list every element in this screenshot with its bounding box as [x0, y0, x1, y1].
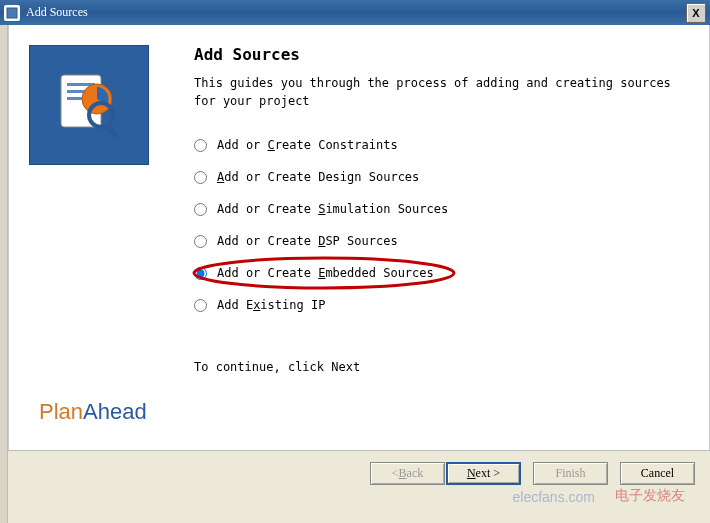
page-title: Add Sources	[194, 45, 679, 64]
content-panel: Add Sources This guides you through the …	[189, 25, 709, 450]
radio-label: Add or Create Embedded Sources	[217, 266, 434, 280]
brand-text-a: Plan	[39, 399, 83, 424]
radio-label: Add or Create Constraints	[217, 138, 398, 152]
finish-button: Finish	[533, 462, 608, 485]
radio-existing-ip[interactable]: Add Existing IP	[194, 298, 679, 312]
radio-label: Add or Create Simulation Sources	[217, 202, 448, 216]
radio-input[interactable]	[194, 267, 207, 280]
radio-embedded-sources[interactable]: Add or Create Embedded Sources	[194, 266, 679, 280]
radio-label: Add Existing IP	[217, 298, 325, 312]
page-subtitle: This guides you through the process of a…	[194, 74, 679, 110]
source-type-radio-group: Add or Create Constraints Add or Create …	[194, 138, 679, 312]
back-button: < Back	[370, 462, 445, 485]
radio-simulation-sources[interactable]: Add or Create Simulation Sources	[194, 202, 679, 216]
radio-dsp-sources[interactable]: Add or Create DSP Sources	[194, 234, 679, 248]
brand-text-b: Ahead	[83, 399, 147, 424]
left-gutter	[0, 25, 8, 523]
window-title: Add Sources	[26, 5, 686, 20]
continue-hint: To continue, click Next	[194, 360, 679, 374]
radio-input[interactable]	[194, 235, 207, 248]
titlebar: Add Sources X	[0, 0, 710, 25]
wizard-hero-icon	[29, 45, 149, 165]
svg-rect-7	[103, 123, 119, 139]
radio-constraints[interactable]: Add or Create Constraints	[194, 138, 679, 152]
radio-label: Add or Create DSP Sources	[217, 234, 398, 248]
wizard-body: PlanAhead Add Sources This guides you th…	[8, 25, 710, 450]
radio-input[interactable]	[194, 203, 207, 216]
radio-input[interactable]	[194, 139, 207, 152]
cancel-button[interactable]: Cancel	[620, 462, 695, 485]
radio-label: Add or Create Design Sources	[217, 170, 419, 184]
app-icon	[4, 5, 20, 21]
left-panel: PlanAhead	[9, 25, 189, 450]
close-button[interactable]: X	[686, 3, 706, 23]
svg-rect-0	[7, 8, 17, 18]
wizard-button-bar: < Back Next > Finish Cancel	[8, 450, 710, 495]
radio-design-sources[interactable]: Add or Create Design Sources	[194, 170, 679, 184]
next-button[interactable]: Next >	[446, 462, 521, 485]
brand-logo: PlanAhead	[39, 399, 147, 425]
radio-input[interactable]	[194, 299, 207, 312]
radio-input[interactable]	[194, 171, 207, 184]
